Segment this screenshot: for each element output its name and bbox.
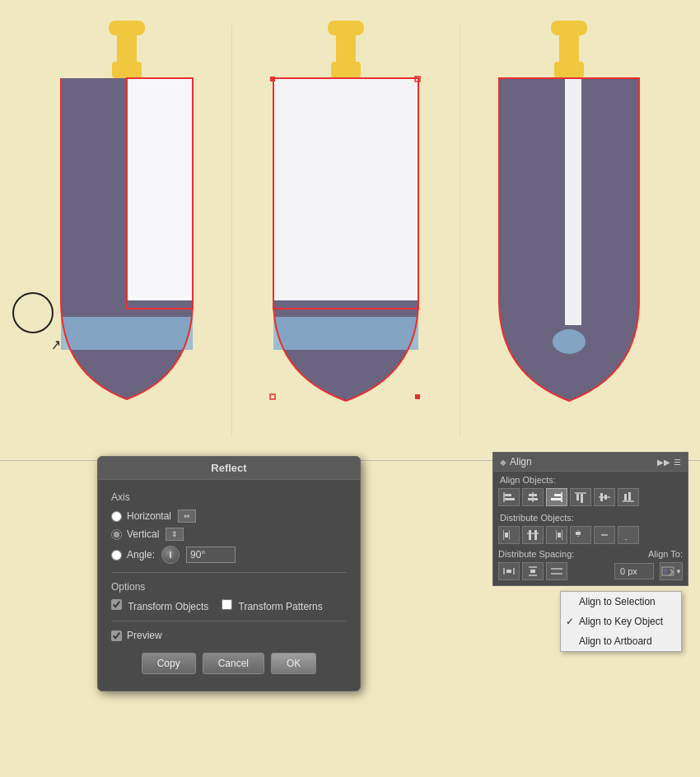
dropdown-item-0[interactable]: Align to Selection — [561, 592, 681, 612]
distribute-spacing-label: Distribute Spacing: — [498, 549, 574, 559]
svg-rect-4 — [61, 317, 193, 350]
shovel-right — [483, 21, 656, 440]
svg-rect-2 — [112, 62, 142, 78]
svg-rect-45 — [562, 530, 562, 540]
shovel-middle — [255, 21, 436, 440]
horizontal-label: Horizontal — [127, 510, 171, 522]
svg-rect-23 — [505, 498, 515, 500]
svg-rect-59 — [551, 568, 562, 570]
axis-label: Axis — [111, 491, 347, 503]
svg-rect-31 — [576, 494, 579, 500]
shovel-left — [44, 21, 209, 440]
transform-patterns-checkbox[interactable] — [222, 599, 232, 610]
horizontal-row: Horizontal ⇔ — [111, 509, 347, 523]
svg-rect-12 — [270, 77, 275, 81]
dist-spacing-h-btn[interactable] — [498, 562, 520, 580]
panel-icon: ◆ — [500, 458, 506, 467]
horizontal-radio[interactable] — [111, 511, 122, 522]
align-to-dropdown-menu: Align to Selection Align to Key Object A… — [560, 591, 682, 652]
align-to-label: Align To: — [648, 549, 683, 559]
ok-button[interactable]: OK — [271, 653, 316, 674]
align-to-dropdown-btn[interactable]: ▼ — [660, 562, 683, 580]
svg-rect-39 — [503, 530, 504, 540]
svg-rect-58 — [530, 570, 535, 573]
align-top-btn[interactable] — [570, 488, 591, 506]
align-left-btn[interactable] — [498, 488, 520, 506]
svg-rect-19 — [565, 78, 581, 325]
align-objects-buttons — [493, 486, 688, 509]
svg-rect-50 — [576, 532, 581, 535]
divider — [111, 572, 347, 573]
svg-rect-48 — [577, 530, 579, 531]
cancel-button[interactable]: Cancel — [203, 653, 264, 674]
divider2 — [111, 621, 347, 621]
svg-rect-43 — [529, 530, 531, 540]
dialog-body: Axis Horizontal ⇔ Vertical ⇕ Angle: Opti… — [98, 480, 360, 691]
align-center-h-btn[interactable] — [522, 488, 544, 506]
distribute-objects-label: Distribute Objects: — [493, 509, 688, 524]
angle-label: Angle: — [127, 549, 155, 561]
dist-center-h-btn[interactable] — [522, 526, 544, 544]
dropdown-item-2[interactable]: Align to Artboard — [561, 631, 681, 651]
svg-rect-22 — [505, 494, 511, 496]
panel-title-bar: ◆ Align ▶▶ ☰ — [493, 453, 688, 472]
horizontal-icon: ⇔ — [178, 509, 196, 523]
dist-top-btn[interactable] — [570, 526, 591, 544]
svg-rect-27 — [561, 492, 562, 502]
vertical-label: Vertical — [127, 528, 159, 540]
align-bottom-btn[interactable] — [618, 488, 639, 506]
dist-middle-v-btn[interactable] — [594, 526, 615, 544]
angle-radio[interactable] — [111, 550, 122, 561]
svg-rect-25 — [529, 494, 537, 496]
svg-rect-36 — [623, 500, 634, 502]
dist-left-btn[interactable] — [498, 526, 520, 544]
preview-checkbox[interactable] — [111, 630, 122, 641]
svg-rect-28 — [554, 494, 561, 496]
dist-bottom-btn[interactable] — [618, 526, 639, 544]
dialog-buttons: Copy Cancel OK — [111, 653, 347, 679]
panel-menu-btn[interactable]: ☰ — [674, 458, 681, 467]
svg-rect-46 — [556, 530, 557, 540]
distribute-objects-buttons — [493, 524, 688, 547]
svg-rect-54 — [513, 568, 515, 575]
align-right-btn[interactable] — [546, 488, 567, 506]
transform-objects-label: Transform Objects — [111, 599, 208, 612]
svg-rect-35 — [604, 495, 607, 500]
svg-rect-15 — [415, 394, 420, 399]
dist-right-btn[interactable] — [546, 526, 567, 544]
svg-rect-0 — [109, 21, 145, 35]
svg-rect-8 — [331, 62, 361, 78]
svg-rect-40 — [509, 530, 510, 540]
dropdown-item-1[interactable]: Align to Key Object — [561, 612, 681, 631]
shovel-left-svg — [44, 21, 209, 440]
panel-collapse-btn[interactable]: ▶▶ — [657, 458, 670, 467]
align-objects-label: Align Objects: — [493, 472, 688, 486]
angle-input[interactable] — [186, 547, 236, 563]
options-label: Options — [111, 581, 347, 593]
shovel-middle-svg — [255, 21, 436, 440]
dialog-title: Reflect — [211, 462, 246, 474]
svg-rect-34 — [600, 493, 603, 501]
svg-rect-29 — [551, 498, 561, 500]
transform-objects-checkbox[interactable] — [111, 599, 122, 610]
svg-rect-3 — [127, 78, 193, 300]
vertical-row: Vertical ⇕ — [111, 528, 347, 541]
copy-button[interactable]: Copy — [142, 653, 196, 674]
svg-rect-38 — [628, 492, 631, 500]
vertical-radio[interactable] — [111, 529, 122, 540]
dist-spacing-v-btn[interactable] — [522, 562, 544, 580]
svg-rect-10 — [273, 317, 418, 350]
align-middle-v-btn[interactable] — [594, 488, 615, 506]
options-checkboxes: Transform Objects Transform Patterns — [111, 599, 347, 612]
spacing-input[interactable] — [617, 565, 651, 578]
svg-rect-9 — [273, 78, 418, 300]
angle-dial — [161, 546, 180, 564]
canvas-area — [0, 0, 700, 461]
svg-rect-24 — [532, 492, 534, 502]
panel-title: ◆ Align — [500, 456, 532, 468]
dist-spacing-equal-btn[interactable] — [546, 562, 567, 580]
svg-rect-53 — [503, 568, 505, 575]
svg-rect-41 — [505, 533, 508, 537]
vertical-icon: ⇕ — [166, 528, 184, 541]
reflect-dialog: Reflect Axis Horizontal ⇔ Vertical ⇕ Ang… — [97, 456, 361, 691]
